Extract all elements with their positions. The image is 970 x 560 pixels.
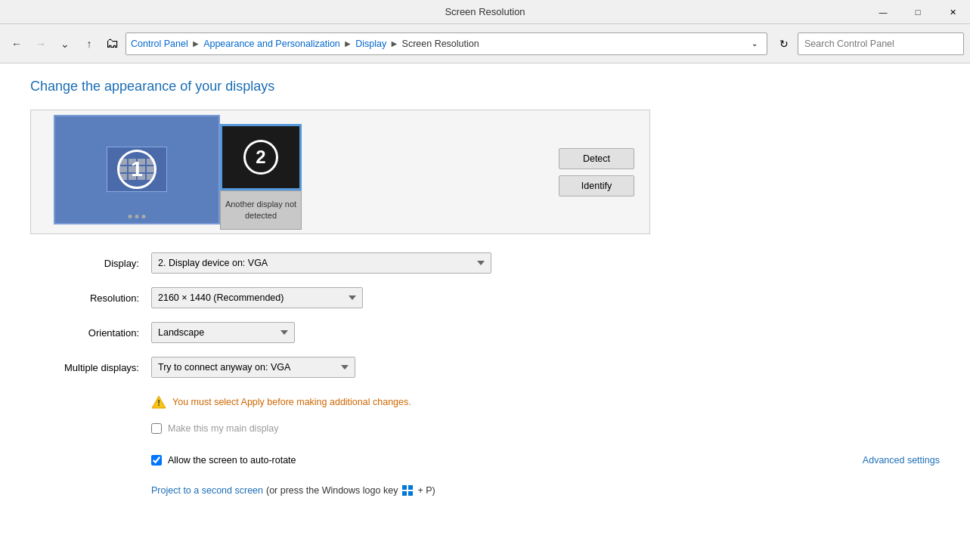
up-button[interactable]: ↑ bbox=[79, 33, 100, 54]
identify-button[interactable]: Identify bbox=[559, 175, 634, 196]
breadcrumb-appearance[interactable]: Appearance and Personalization bbox=[203, 39, 340, 49]
auto-rotate-checkbox-row: Allow the screen to auto-rotate bbox=[151, 455, 296, 466]
orientation-row: Orientation: Landscape bbox=[30, 322, 940, 343]
breadcrumb-display[interactable]: Display bbox=[355, 39, 386, 49]
minimize-button[interactable]: — bbox=[866, 0, 900, 24]
display-label: Display: bbox=[30, 258, 151, 269]
page-title: Change the appearance of your displays bbox=[30, 79, 940, 94]
navigation-bar: ← → ⌄ ↑ 🗂 Control Panel ► Appearance and… bbox=[0, 24, 970, 63]
bottom-row: Allow the screen to auto-rotate Advanced… bbox=[30, 455, 940, 466]
settings-form: Display: 2. Display device on: VGA Resol… bbox=[30, 252, 940, 496]
multiple-displays-label: Multiple displays: bbox=[30, 362, 151, 373]
main-display-checkbox[interactable] bbox=[151, 423, 162, 434]
breadcrumb-control-panel[interactable]: Control Panel bbox=[131, 39, 188, 49]
monitor-preview-container: 1 2 Another display not detected bbox=[54, 115, 302, 230]
breadcrumb-dropdown-button[interactable]: ⌄ bbox=[747, 33, 762, 54]
monitor-2-wrapper: 2 Another display not detected bbox=[220, 124, 302, 230]
close-button[interactable]: ✕ bbox=[935, 0, 970, 24]
resolution-select[interactable]: 2160 × 1440 (Recommended) bbox=[151, 287, 363, 308]
project-key: + P) bbox=[417, 485, 435, 496]
project-second-screen-link[interactable]: Project to a second screen bbox=[151, 485, 263, 496]
detect-button[interactable]: Detect bbox=[559, 148, 634, 169]
resolution-select-wrapper: 2160 × 1440 (Recommended) bbox=[151, 287, 363, 308]
dot bbox=[142, 215, 146, 218]
back-button[interactable]: ← bbox=[6, 33, 27, 54]
display-row: Display: 2. Display device on: VGA bbox=[30, 252, 940, 274]
monitor-buttons: Detect Identify bbox=[559, 148, 634, 196]
breadcrumb-sep-3: ► bbox=[389, 39, 398, 49]
orientation-select[interactable]: Landscape bbox=[151, 322, 295, 343]
forward-button[interactable]: → bbox=[30, 33, 51, 54]
main-display-checkbox-label[interactable]: Make this my main display bbox=[168, 423, 279, 434]
title-bar: Screen Resolution — □ ✕ bbox=[0, 0, 970, 24]
monitor-2-label: Another display not detected bbox=[220, 190, 302, 230]
monitor-2-display[interactable]: 2 bbox=[220, 124, 302, 190]
main-content: Change the appearance of your displays bbox=[0, 63, 970, 560]
orientation-label: Orientation: bbox=[30, 327, 151, 339]
multiple-displays-select-wrapper: Try to connect anyway on: VGA bbox=[151, 357, 355, 378]
svg-text:!: ! bbox=[157, 398, 160, 407]
dot bbox=[135, 215, 139, 218]
breadcrumb: Control Panel ► Appearance and Personali… bbox=[126, 32, 767, 55]
search-input[interactable] bbox=[798, 32, 964, 55]
auto-rotate-checkbox[interactable] bbox=[151, 455, 162, 466]
windows-logo-icon bbox=[402, 485, 413, 496]
warning-row: ! You must select Apply before making ad… bbox=[151, 394, 940, 410]
breadcrumb-current: Screen Resolution bbox=[402, 39, 479, 49]
display-select-wrapper: 2. Display device on: VGA bbox=[151, 252, 491, 274]
multiple-displays-select[interactable]: Try to connect anyway on: VGA bbox=[151, 357, 355, 378]
breadcrumb-sep-1: ► bbox=[191, 39, 200, 49]
monitor-2-number: 2 bbox=[243, 140, 278, 175]
resolution-label: Resolution: bbox=[30, 292, 151, 304]
display-select[interactable]: 2. Display device on: VGA bbox=[151, 252, 491, 274]
orientation-select-wrapper: Landscape bbox=[151, 322, 295, 343]
project-text: (or press the Windows logo key bbox=[266, 485, 398, 496]
resolution-row: Resolution: 2160 × 1440 (Recommended) bbox=[30, 287, 940, 308]
window-controls: — □ ✕ bbox=[866, 0, 970, 24]
window-title: Screen Resolution bbox=[445, 6, 525, 17]
dot bbox=[129, 215, 132, 218]
monitor-1-number: 1 bbox=[117, 150, 157, 189]
main-display-checkbox-row: Make this my main display bbox=[151, 423, 940, 434]
refresh-button[interactable]: ↻ bbox=[773, 33, 795, 54]
project-row: Project to a second screen (or press the… bbox=[151, 485, 940, 496]
maximize-button[interactable]: □ bbox=[900, 0, 935, 24]
auto-rotate-checkbox-label[interactable]: Allow the screen to auto-rotate bbox=[168, 455, 296, 466]
monitor-preview-area: 1 2 Another display not detected Detect … bbox=[30, 110, 650, 234]
warning-text: You must select Apply before making addi… bbox=[172, 397, 411, 407]
monitor-1-dots bbox=[129, 215, 146, 218]
monitor-1-display[interactable]: 1 bbox=[54, 115, 220, 224]
multiple-displays-row: Multiple displays: Try to connect anyway… bbox=[30, 357, 940, 378]
dropdown-history-button[interactable]: ⌄ bbox=[54, 33, 76, 54]
advanced-settings-link[interactable]: Advanced settings bbox=[863, 455, 940, 466]
warning-icon: ! bbox=[151, 394, 166, 410]
breadcrumb-sep-2: ► bbox=[343, 39, 352, 49]
folder-icon: 🗂 bbox=[106, 36, 119, 51]
